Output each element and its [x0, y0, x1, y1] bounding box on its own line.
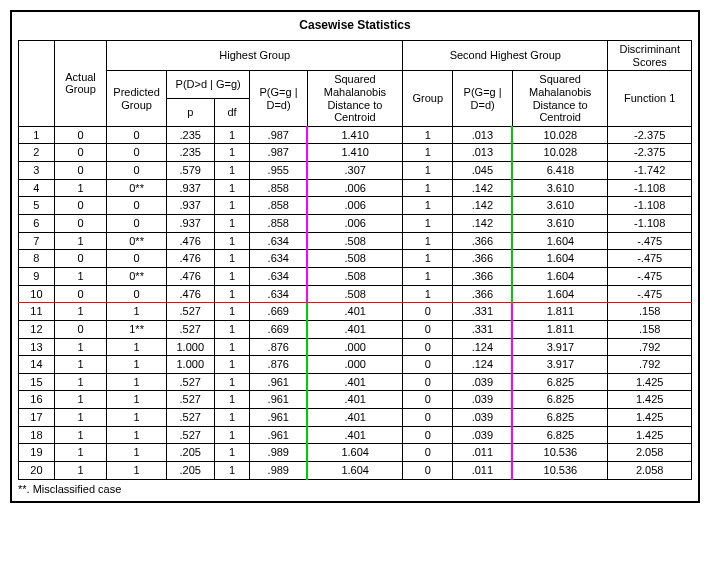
cell-df: 1: [214, 373, 250, 391]
table-row: 1911.2051.9891.6040.01110.5362.058: [19, 444, 692, 462]
cell-pgg: .987: [250, 126, 307, 144]
cell-pgg2: .045: [453, 162, 513, 180]
cell-actual: 1: [54, 179, 106, 197]
cell-fn: .792: [608, 338, 692, 356]
cell-mah2: 1.604: [512, 285, 607, 303]
header-case: [19, 41, 55, 127]
cell-pgg2: .366: [453, 285, 513, 303]
cell-group2: 1: [403, 197, 453, 215]
header-pgg2: P(G=g | D=d): [453, 71, 513, 127]
cell-actual: 0: [54, 320, 106, 338]
cell-group2: 1: [403, 179, 453, 197]
cell-p: .476: [166, 232, 214, 250]
cell-pgg2: .142: [453, 215, 513, 233]
cell-mah1: .401: [307, 303, 403, 321]
cell-p: .235: [166, 126, 214, 144]
cell-idx: 10: [19, 285, 55, 303]
cell-predicted: 1: [107, 409, 167, 427]
cell-mah2: 1.604: [512, 232, 607, 250]
cell-predicted: 1: [107, 356, 167, 374]
header-highest: Highest Group: [107, 41, 403, 71]
header-mah1: Squared Mahalanobis Distance to Centroid: [307, 71, 403, 127]
header-second: Second Highest Group: [403, 41, 608, 71]
cell-mah1: .307: [307, 162, 403, 180]
cell-predicted: 1: [107, 426, 167, 444]
cell-idx: 18: [19, 426, 55, 444]
cell-pgg2: .124: [453, 338, 513, 356]
header-fn1: Function 1: [608, 71, 692, 127]
cell-p: .527: [166, 303, 214, 321]
cell-mah1: .006: [307, 197, 403, 215]
cell-p: .527: [166, 426, 214, 444]
cell-actual: 0: [54, 144, 106, 162]
cell-mah1: 1.410: [307, 144, 403, 162]
table-row: 1201**.5271.669.4010.3311.811.158: [19, 320, 692, 338]
cell-fn: -2.375: [608, 126, 692, 144]
cell-actual: 1: [54, 232, 106, 250]
table-row: 600.9371.858.0061.1423.610-1.108: [19, 215, 692, 233]
cell-pgg: .634: [250, 267, 307, 285]
cell-predicted: 1: [107, 303, 167, 321]
cell-group2: 0: [403, 444, 453, 462]
cell-pgg: .876: [250, 356, 307, 374]
cell-df: 1: [214, 267, 250, 285]
table-row: 800.4761.634.5081.3661.604-.475: [19, 250, 692, 268]
table-row: 14111.0001.876.0000.1243.917.792: [19, 356, 692, 374]
cell-pgg: .634: [250, 232, 307, 250]
cell-fn: -.475: [608, 267, 692, 285]
table-row: 500.9371.858.0061.1423.610-1.108: [19, 197, 692, 215]
cell-pgg: .876: [250, 338, 307, 356]
table-row: 200.2351.9871.4101.01310.028-2.375: [19, 144, 692, 162]
cell-pgg: .858: [250, 215, 307, 233]
cell-mah2: 1.604: [512, 267, 607, 285]
cell-mah1: .401: [307, 409, 403, 427]
cell-pgg: .634: [250, 250, 307, 268]
cell-predicted: 1: [107, 373, 167, 391]
cell-predicted: 0: [107, 126, 167, 144]
cell-idx: 7: [19, 232, 55, 250]
table-row: 1111.5271.669.4010.3311.811.158: [19, 303, 692, 321]
cell-df: 1: [214, 179, 250, 197]
cell-mah2: 6.825: [512, 391, 607, 409]
table-row: 13111.0001.876.0000.1243.917.792: [19, 338, 692, 356]
table-container: Casewise Statistics Actual Group Highest…: [10, 10, 700, 503]
cell-idx: 2: [19, 144, 55, 162]
cell-df: 1: [214, 126, 250, 144]
cell-group2: 0: [403, 373, 453, 391]
cell-actual: 1: [54, 356, 106, 374]
cell-df: 1: [214, 409, 250, 427]
cell-p: 1.000: [166, 356, 214, 374]
cell-p: .205: [166, 462, 214, 480]
cell-group2: 0: [403, 303, 453, 321]
cell-fn: 2.058: [608, 444, 692, 462]
cell-group2: 0: [403, 338, 453, 356]
cell-predicted: 0**: [107, 232, 167, 250]
cell-actual: 1: [54, 303, 106, 321]
cell-actual: 1: [54, 426, 106, 444]
cell-group2: 0: [403, 409, 453, 427]
cell-mah1: 1.410: [307, 126, 403, 144]
cell-p: .937: [166, 197, 214, 215]
header-mah2: Squared Mahalanobis Distance to Centroid: [512, 71, 607, 127]
cell-group2: 1: [403, 126, 453, 144]
cell-pgg: .961: [250, 409, 307, 427]
cell-pgg2: .124: [453, 356, 513, 374]
cell-group2: 1: [403, 144, 453, 162]
cell-fn: 1.425: [608, 391, 692, 409]
cell-actual: 1: [54, 409, 106, 427]
cell-mah1: .000: [307, 356, 403, 374]
cell-mah2: 10.028: [512, 144, 607, 162]
cell-mah1: 1.604: [307, 444, 403, 462]
cell-pgg2: .142: [453, 179, 513, 197]
cell-pgg2: .331: [453, 320, 513, 338]
cell-p: .205: [166, 444, 214, 462]
cell-pgg2: .013: [453, 144, 513, 162]
cell-df: 1: [214, 462, 250, 480]
cell-df: 1: [214, 391, 250, 409]
cell-mah2: 6.825: [512, 409, 607, 427]
table-row: 1000.4761.634.5081.3661.604-.475: [19, 285, 692, 303]
cell-idx: 3: [19, 162, 55, 180]
cell-idx: 16: [19, 391, 55, 409]
table-row: 410**.9371.858.0061.1423.610-1.108: [19, 179, 692, 197]
cell-idx: 5: [19, 197, 55, 215]
